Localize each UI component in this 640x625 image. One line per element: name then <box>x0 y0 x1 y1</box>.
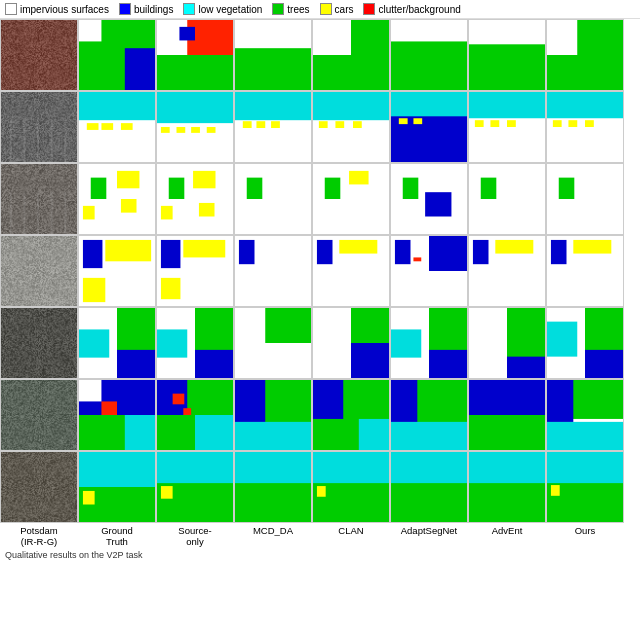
cell-r3-c6 <box>468 235 546 307</box>
cell-r1-c7 <box>546 91 624 163</box>
cell-r2-c3 <box>234 163 312 235</box>
cell-r0-c2 <box>156 19 234 91</box>
cell-r6-c6 <box>468 451 546 523</box>
legend-buildings: buildings <box>119 3 173 15</box>
col-label-6: AdvEnt <box>468 525 546 548</box>
legend-clutter: clutter/background <box>363 3 460 15</box>
cell-r1-c6 <box>468 91 546 163</box>
cell-r2-c4 <box>312 163 390 235</box>
cell-r3-c3 <box>234 235 312 307</box>
col-label-1: Ground Truth <box>78 525 156 548</box>
cell-r0-c6 <box>468 19 546 91</box>
cell-r1-c2 <box>156 91 234 163</box>
col-label-2: Source- only <box>156 525 234 548</box>
legend-impervious: impervious surfaces <box>5 3 109 15</box>
grid-row-4 <box>0 307 640 379</box>
grid-row-2 <box>0 163 640 235</box>
cell-r6-c5 <box>390 451 468 523</box>
col-labels-row: Potsdam (IR-R-G)Ground TruthSource- only… <box>0 523 640 548</box>
cell-r0-c7 <box>546 19 624 91</box>
cell-r5-c6 <box>468 379 546 451</box>
cell-r6-c3 <box>234 451 312 523</box>
cell-r5-c1 <box>78 379 156 451</box>
cell-r4-c7 <box>546 307 624 379</box>
cell-r1-c4 <box>312 91 390 163</box>
cell-r5-c2 <box>156 379 234 451</box>
grid-row-1 <box>0 91 640 163</box>
legend-bar: impervious surfaces buildings low vegeta… <box>0 0 640 19</box>
cell-r0-c3 <box>234 19 312 91</box>
col-label-4: CLAN <box>312 525 390 548</box>
cell-r4-c2 <box>156 307 234 379</box>
cell-r4-c3 <box>234 307 312 379</box>
cell-r6-c7 <box>546 451 624 523</box>
cell-r5-c0 <box>0 379 78 451</box>
cell-r5-c4 <box>312 379 390 451</box>
grid-row-5 <box>0 379 640 451</box>
col-label-7: Ours <box>546 525 624 548</box>
cell-r3-c1 <box>78 235 156 307</box>
cell-r2-c6 <box>468 163 546 235</box>
cell-r5-c5 <box>390 379 468 451</box>
cell-r3-c2 <box>156 235 234 307</box>
cell-r2-c7 <box>546 163 624 235</box>
grid-row-3 <box>0 235 640 307</box>
col-label-5: AdaptSegNet <box>390 525 468 548</box>
cell-r2-c5 <box>390 163 468 235</box>
cell-r4-c6 <box>468 307 546 379</box>
cell-r4-c1 <box>78 307 156 379</box>
grid-row-6 <box>0 451 640 523</box>
col-label-3: MCD_DA <box>234 525 312 548</box>
image-grid <box>0 19 640 523</box>
footer-note: Qualitative results on the V2P task <box>0 548 640 562</box>
cell-r2-c0 <box>0 163 78 235</box>
cell-r0-c4 <box>312 19 390 91</box>
cell-r2-c1 <box>78 163 156 235</box>
legend-trees: trees <box>272 3 309 15</box>
cell-r4-c0 <box>0 307 78 379</box>
cell-r6-c1 <box>78 451 156 523</box>
grid-row-0 <box>0 19 640 91</box>
cell-r3-c7 <box>546 235 624 307</box>
cell-r6-c0 <box>0 451 78 523</box>
cell-r1-c5 <box>390 91 468 163</box>
cell-r4-c4 <box>312 307 390 379</box>
cell-r1-c0 <box>0 91 78 163</box>
legend-lowveg: low vegetation <box>183 3 262 15</box>
cell-r5-c3 <box>234 379 312 451</box>
cell-r0-c0 <box>0 19 78 91</box>
cell-r5-c7 <box>546 379 624 451</box>
cell-r3-c5 <box>390 235 468 307</box>
cell-r0-c1 <box>78 19 156 91</box>
cell-r1-c3 <box>234 91 312 163</box>
cell-r3-c4 <box>312 235 390 307</box>
cell-r6-c2 <box>156 451 234 523</box>
cell-r1-c1 <box>78 91 156 163</box>
col-label-0: Potsdam (IR-R-G) <box>0 525 78 548</box>
cell-r2-c2 <box>156 163 234 235</box>
cell-r6-c4 <box>312 451 390 523</box>
cell-r4-c5 <box>390 307 468 379</box>
legend-cars: cars <box>320 3 354 15</box>
cell-r3-c0 <box>0 235 78 307</box>
cell-r0-c5 <box>390 19 468 91</box>
